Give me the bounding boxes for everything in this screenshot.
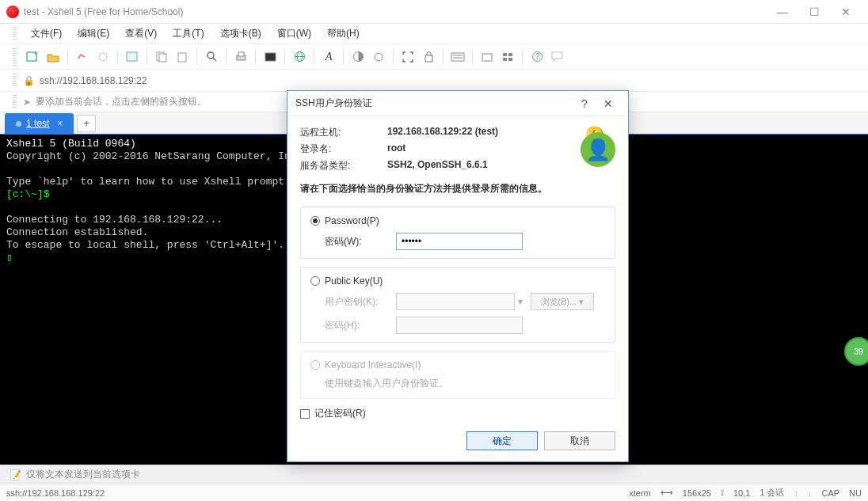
keyboard-hint: 使用键盘输入用户身份验证。 — [310, 377, 605, 390]
help-icon[interactable]: ? — [529, 49, 545, 65]
dialog-title: SSH用户身份验证 — [295, 97, 573, 110]
toolbar: + A ? — [0, 44, 868, 70]
passphrase-label: 密码(H): — [325, 319, 396, 332]
remember-checkbox[interactable]: 记住密码(R) — [300, 407, 615, 420]
ok-button[interactable]: 确定 — [466, 431, 538, 450]
paste-icon[interactable] — [174, 49, 190, 65]
status-pos-icon: ⟟ — [721, 488, 724, 498]
terminal-line: Xshell 5 (Build 0964) — [6, 138, 136, 150]
globe-icon[interactable] — [291, 49, 307, 65]
radio-publickey-label: Public Key(U) — [325, 275, 383, 287]
lock-icon[interactable] — [421, 49, 436, 65]
status-size-icon: ⟷ — [661, 488, 673, 498]
disconnect-icon[interactable] — [95, 49, 111, 65]
properties-icon[interactable] — [124, 49, 140, 65]
bottom-text: 仅将文本发送到当前选项卡 — [26, 468, 140, 481]
radio-password[interactable]: Password(P) — [310, 215, 605, 226]
svg-rect-22 — [503, 53, 507, 56]
terminal-prompt: [c:\~]$ — [6, 188, 50, 200]
hint-text: 要添加当前会话，点击左侧的箭头按钮。 — [36, 95, 207, 108]
menu-tab[interactable]: 选项卡(B) — [214, 25, 268, 43]
terminal-cursor: ▯ — [6, 252, 13, 264]
reconnect-icon[interactable] — [74, 49, 90, 65]
menu-view[interactable]: 查看(V) — [119, 25, 163, 43]
menubar: 文件(F) 编辑(E) 查看(V) 工具(T) 选项卡(B) 窗口(W) 帮助(… — [0, 24, 868, 44]
tab-close-icon[interactable]: × — [57, 118, 63, 129]
terminal-line: To escape to local shell, press 'Ctrl+Al… — [6, 239, 284, 251]
status-size: 156x25 — [683, 488, 711, 498]
chevron-down-icon: ▾ — [515, 296, 526, 307]
remote-host-value: 192.168.168.129:22 (test) — [387, 126, 574, 139]
arrow-icon[interactable]: ➤ — [23, 97, 31, 108]
radio-icon — [310, 216, 320, 226]
bottom-bar: 📝 仅将文本发送到当前选项卡 — [0, 465, 868, 484]
instruction-text: 请在下面选择恰当的身份验证方法并提供登录所需的信息。 — [300, 182, 615, 195]
titlebar: test - Xshell 5 (Free for Home/School) —… — [0, 0, 868, 24]
font-icon[interactable]: A — [321, 49, 337, 65]
keyboard-group: Keyboard Interactive(I) 使用键盘输入用户身份验证。 — [300, 351, 615, 399]
new-tab-button[interactable]: + — [77, 115, 96, 132]
status-dot-icon — [16, 121, 21, 127]
compose-icon[interactable]: 📝 — [10, 469, 21, 480]
radio-keyboard-label: Keyboard Interactive(I) — [325, 359, 421, 370]
highlight-icon[interactable] — [371, 49, 386, 65]
svg-rect-11 — [265, 53, 276, 61]
svg-rect-23 — [508, 53, 512, 56]
terminal-line: Connection established. — [6, 226, 148, 238]
dialog-close-button[interactable]: ✕ — [596, 97, 620, 110]
svg-rect-25 — [508, 58, 512, 61]
terminal-line: Type `help' to learn how to use Xshell p… — [6, 176, 291, 188]
session-tab[interactable]: 1 test × — [5, 113, 74, 134]
menu-tools[interactable]: 工具(T) — [166, 25, 210, 43]
status-cap: CAP — [821, 488, 839, 498]
radio-password-label: Password(P) — [325, 215, 379, 226]
gripper-icon — [13, 95, 17, 109]
status-down-icon[interactable]: ↓ — [808, 488, 813, 498]
radio-keyboard[interactable]: Keyboard Interactive(I) — [310, 359, 605, 370]
feedback-icon[interactable] — [550, 49, 565, 65]
svg-text:+: + — [33, 51, 37, 58]
menu-window[interactable]: 窗口(W) — [271, 25, 318, 43]
terminal-type-icon[interactable] — [262, 49, 278, 65]
color-scheme-icon[interactable] — [350, 49, 366, 65]
dialog-help-button[interactable]: ? — [573, 97, 596, 110]
print-icon[interactable] — [233, 49, 249, 65]
svg-rect-24 — [503, 58, 507, 61]
menu-help[interactable]: 帮助(H) — [321, 25, 366, 43]
layout-icon[interactable] — [500, 49, 516, 65]
svg-rect-21 — [482, 54, 492, 61]
svg-rect-5 — [159, 54, 166, 62]
floating-badge[interactable]: 39 — [844, 337, 868, 366]
address-url[interactable]: ssh://192.168.168.129:22 — [40, 75, 147, 86]
svg-rect-17 — [425, 55, 432, 62]
server-type-label: 服务器类型: — [300, 159, 387, 173]
cancel-button[interactable]: 取消 — [544, 431, 615, 450]
status-session: 1 会话 — [760, 487, 784, 499]
copy-icon[interactable] — [154, 49, 169, 65]
radio-publickey[interactable]: Public Key(U) — [310, 275, 605, 287]
svg-point-16 — [375, 53, 383, 61]
open-folder-icon[interactable] — [45, 49, 61, 65]
host-key-icon[interactable] — [479, 49, 495, 65]
password-group: Password(P) 密码(W): — [300, 207, 615, 259]
checkbox-icon — [300, 409, 310, 419]
keyboard-icon[interactable] — [450, 49, 466, 65]
gripper-icon — [13, 27, 17, 41]
menu-file[interactable]: 文件(F) — [25, 25, 68, 43]
login-name-value: root — [387, 142, 574, 156]
remote-host-label: 远程主机: — [300, 126, 387, 139]
maximize-button[interactable]: ☐ — [798, 2, 830, 21]
menu-edit[interactable]: 编辑(E) — [71, 25, 116, 43]
password-input[interactable] — [396, 233, 523, 250]
find-icon[interactable] — [204, 49, 219, 65]
new-session-icon[interactable]: + — [25, 49, 40, 65]
minimize-button[interactable]: — — [767, 2, 798, 21]
fullscreen-icon[interactable] — [400, 49, 416, 65]
svg-rect-6 — [178, 53, 186, 62]
login-name-label: 登录名: — [300, 142, 387, 156]
passphrase-input — [396, 317, 523, 334]
status-up-icon[interactable]: ↑ — [794, 488, 798, 498]
gripper-icon — [13, 74, 17, 88]
dialog-titlebar: SSH用户身份验证 ? ✕ — [287, 91, 628, 116]
close-button[interactable]: ✕ — [830, 2, 862, 21]
